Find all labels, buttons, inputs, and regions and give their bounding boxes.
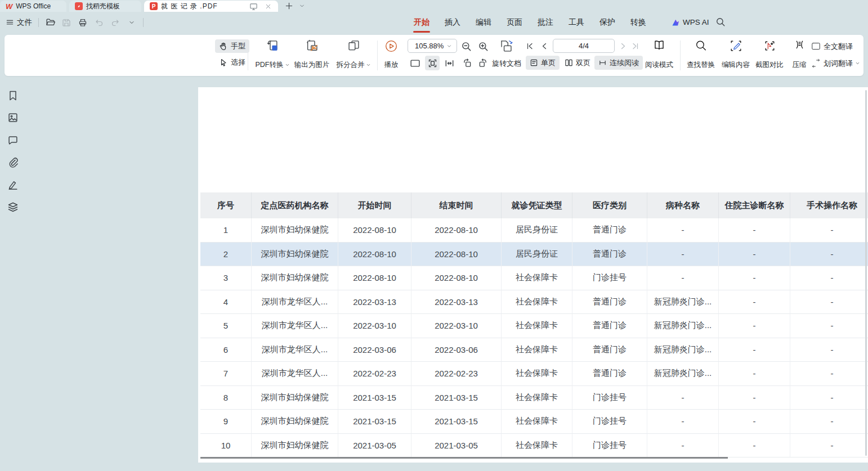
edit-pencil-icon — [729, 39, 743, 53]
tab-list-chevron-icon[interactable] — [297, 1, 306, 10]
word-translate-icon: 文 A — [811, 58, 821, 69]
table-cell: 4 — [200, 290, 252, 315]
zoom-select[interactable]: 105.88% — [408, 39, 457, 53]
read-mode-button[interactable]: 阅读模式 — [641, 38, 678, 73]
word-translate-button[interactable]: 文 A 划词翻译 — [811, 58, 860, 69]
open-file-button[interactable] — [45, 17, 55, 28]
print-button[interactable] — [78, 17, 88, 28]
table-header-cell: 开始时间 — [338, 192, 411, 218]
wps-ai-button[interactable]: WPS AI — [671, 12, 709, 33]
undo-button[interactable] — [94, 17, 104, 28]
table-cell: 2022-03-13 — [411, 290, 502, 315]
ribbon-tab[interactable]: 页面 — [505, 12, 524, 33]
close-tab-icon[interactable] — [263, 2, 272, 11]
comments-panel-button[interactable] — [7, 134, 19, 146]
ribbon-tab[interactable]: 批注 — [536, 12, 555, 33]
vertical-scrollbar[interactable] — [865, 90, 867, 456]
signature-panel-button[interactable] — [7, 179, 19, 190]
tab-docer[interactable]: 找稻壳模板 — [69, 1, 141, 12]
toolbar: 手型 选择 W PDF转换 输出为图片 — [5, 35, 863, 76]
table-cell: - — [790, 314, 868, 338]
table-cell: 社会保障卡 — [502, 386, 572, 410]
zoom-in-button[interactable] — [476, 39, 490, 53]
ribbon-tab[interactable]: 编辑 — [474, 12, 493, 33]
rotate-pages-button[interactable] — [498, 38, 514, 55]
rotate-right-button[interactable] — [476, 56, 490, 70]
compress-label: 压缩 — [793, 60, 807, 70]
table-cell: 居民身份证 — [502, 218, 572, 243]
table-cell: 8 — [200, 386, 252, 410]
pdf-convert-button[interactable]: W PDF转换 — [252, 38, 293, 73]
bookmarks-panel-button[interactable] — [7, 90, 19, 101]
previous-page-button[interactable] — [538, 39, 551, 53]
new-tab-button[interactable] — [284, 1, 293, 10]
table-cell: 新冠肺炎门诊... — [647, 314, 719, 338]
table-horizontal-scrollbar[interactable] — [200, 457, 728, 459]
ribbon-tab[interactable]: 插入 — [443, 12, 462, 33]
save-button[interactable] — [61, 17, 71, 28]
export-image-icon — [305, 39, 320, 54]
table-cell: 7 — [200, 362, 252, 386]
zoom-out-button[interactable] — [459, 39, 473, 53]
ribbon-tab[interactable]: 工具 — [567, 12, 586, 33]
screenshot-compare-button[interactable]: 截图对比 — [752, 38, 787, 73]
rotate-doc-label[interactable]: 旋转文档 — [492, 59, 521, 69]
ribbon-tab[interactable]: 开始 — [412, 12, 431, 33]
svg-text:A: A — [816, 63, 820, 68]
quick-access-chevron-icon[interactable] — [127, 17, 137, 28]
table-cell: 2021-03-05 — [411, 434, 502, 458]
hand-tool-button[interactable]: 手型 — [215, 39, 249, 53]
comment-icon — [7, 134, 19, 146]
monitor-icon[interactable] — [249, 2, 258, 11]
select-tool-button[interactable]: 选择 — [215, 56, 249, 69]
split-merge-button[interactable]: 拆分合并 — [332, 38, 375, 73]
fit-width-button[interactable] — [442, 56, 456, 70]
export-image-label: 输出为图片 — [294, 60, 330, 70]
table-cell: 深圳市龙华区人... — [252, 290, 338, 315]
compress-button[interactable]: 压缩 — [785, 38, 814, 73]
table-cell: 新冠肺炎门诊... — [647, 362, 719, 386]
table-cell: 深圳市龙华区人... — [252, 314, 338, 338]
table-cell: 2022-02-23 — [338, 362, 411, 386]
next-page-button[interactable] — [617, 39, 629, 53]
table-cell: - — [790, 434, 868, 458]
actual-size-button[interactable]: 1:1 — [409, 56, 422, 70]
find-replace-button[interactable]: 查找替换 — [683, 38, 718, 73]
table-cell: - — [647, 218, 719, 243]
layers-panel-button[interactable] — [7, 201, 19, 213]
continuous-read-button[interactable]: 连续阅读 — [594, 56, 643, 70]
ribbon-tab[interactable]: 保护 — [598, 12, 617, 33]
table-cell: - — [790, 266, 868, 290]
tab-wps-office[interactable]: W WPS Office — [0, 1, 66, 12]
redo-button[interactable] — [110, 17, 120, 28]
thumbnails-panel-button[interactable] — [7, 112, 19, 123]
table-cell: - — [719, 410, 790, 434]
tab-document[interactable]: P 就 医 记 录 .PDF — [144, 1, 278, 12]
menu-search-icon[interactable] — [715, 17, 727, 28]
fit-page-button[interactable] — [425, 56, 440, 70]
table-header-cell: 序号 — [200, 192, 252, 218]
table-cell: 2 — [200, 243, 252, 267]
table-cell: 2022-08-10 — [338, 243, 411, 267]
file-menu-button[interactable]: 文件 — [6, 17, 32, 28]
attachments-panel-button[interactable] — [7, 157, 19, 168]
table-cell: 2022-03-13 — [338, 290, 411, 315]
ribbon-tab[interactable]: 转换 — [629, 12, 648, 33]
book-icon — [652, 39, 666, 53]
edit-content-button[interactable]: 编辑内容 — [718, 38, 753, 73]
last-page-button[interactable] — [629, 39, 642, 53]
rotate-right-icon — [478, 58, 488, 68]
rotate-left-button[interactable] — [460, 56, 474, 70]
play-label: 播放 — [384, 60, 399, 70]
table-cell: 普通门诊 — [572, 218, 647, 243]
play-button[interactable]: 播放 — [378, 38, 404, 73]
table-cell: 3 — [200, 266, 252, 290]
table-cell: 5 — [200, 314, 252, 338]
full-translate-button[interactable]: A 字 全文翻译 — [811, 41, 853, 52]
table-cell: - — [790, 290, 868, 315]
page-indicator[interactable]: 4/4 — [553, 39, 615, 53]
first-page-button[interactable] — [524, 39, 536, 53]
single-page-button[interactable]: 单页 — [526, 56, 560, 70]
chevron-down-icon — [446, 43, 452, 49]
export-image-button[interactable]: 输出为图片 — [292, 38, 332, 73]
